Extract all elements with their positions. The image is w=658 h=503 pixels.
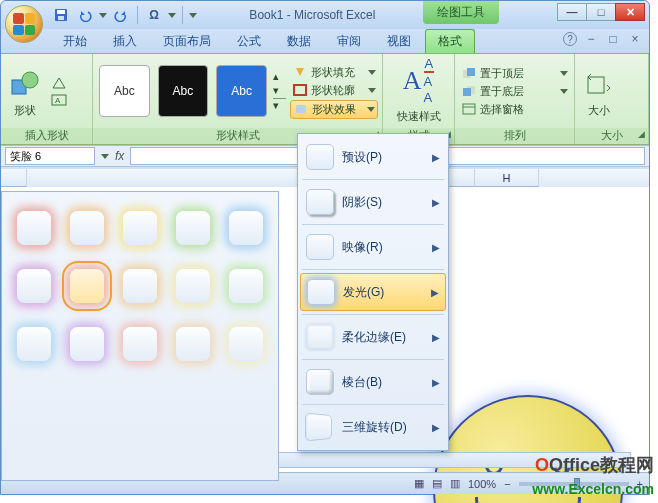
submenu-arrow-icon: ▶ <box>432 242 440 253</box>
name-box-dropdown-icon[interactable] <box>101 154 109 159</box>
text-box-icon[interactable]: A <box>49 92 89 108</box>
undo-dropdown-icon[interactable] <box>99 13 107 18</box>
column-header[interactable]: H <box>475 169 539 187</box>
tab-format[interactable]: 格式 <box>425 29 475 53</box>
shape-style-3[interactable]: Abc <box>216 65 267 117</box>
selection-pane-button[interactable]: 选择窗格 <box>459 101 570 118</box>
menu-item-preset[interactable]: 预设(P)▶ <box>300 138 446 176</box>
glow-gallery <box>1 191 279 481</box>
edit-shape-icon[interactable] <box>49 75 89 91</box>
ribbon-tabs: 开始 插入 页面布局 公式 数据 审阅 视图 格式 ? − □ × <box>1 29 649 53</box>
svg-rect-10 <box>467 68 475 76</box>
save-icon[interactable] <box>51 5 71 25</box>
minimize-button[interactable]: — <box>557 3 587 21</box>
view-layout-icon[interactable]: ▤ <box>432 477 442 490</box>
tab-home[interactable]: 开始 <box>51 30 99 53</box>
submenu-arrow-icon: ▶ <box>431 287 439 298</box>
text-fill-icon[interactable]: A <box>424 56 435 73</box>
glow-swatch[interactable] <box>123 327 157 361</box>
qat-customize-icon[interactable] <box>189 13 197 18</box>
glow-swatch[interactable] <box>176 211 210 245</box>
shape-style-1[interactable]: Abc <box>99 65 150 117</box>
tab-review[interactable]: 审阅 <box>325 30 373 53</box>
glow-swatch[interactable] <box>123 269 157 303</box>
group-label-size: 大小◢ <box>575 128 648 144</box>
window-title: Book1 - Microsoft Excel <box>249 8 375 22</box>
zoom-level[interactable]: 100% <box>468 478 496 490</box>
contextual-tab-label: 绘图工具 <box>423 1 499 24</box>
svg-text:A: A <box>55 96 61 105</box>
svg-rect-1 <box>57 10 65 14</box>
text-effects-icon[interactable]: A <box>424 90 435 105</box>
tab-formulas[interactable]: 公式 <box>225 30 273 53</box>
help-icon[interactable]: ? <box>563 32 577 46</box>
tab-data[interactable]: 数据 <box>275 30 323 53</box>
svg-rect-12 <box>463 88 471 96</box>
submenu-arrow-icon: ▶ <box>432 152 440 163</box>
tab-page-layout[interactable]: 页面布局 <box>151 30 223 53</box>
glow-swatch[interactable] <box>229 327 263 361</box>
menu-item-soft-edges[interactable]: 柔化边缘(E)▶ <box>300 318 446 356</box>
dialog-launcher-icon[interactable]: ◢ <box>638 129 645 139</box>
symbol-dropdown-icon[interactable] <box>168 13 176 18</box>
tab-view[interactable]: 视图 <box>375 30 423 53</box>
group-label-arrange: 排列 <box>455 128 574 144</box>
redo-icon[interactable] <box>111 5 131 25</box>
undo-icon[interactable] <box>75 5 95 25</box>
glow-swatch[interactable] <box>70 327 104 361</box>
glow-swatch[interactable] <box>176 327 210 361</box>
shape-fill-button[interactable]: 形状填充 <box>290 64 378 81</box>
size-button[interactable]: 大小 <box>579 65 619 118</box>
symbol-icon[interactable]: Ω <box>144 5 164 25</box>
quick-styles-button[interactable]: 快速样式 <box>397 109 441 124</box>
dropdown-icon <box>368 88 376 93</box>
style-gallery-down-icon[interactable]: ▾ <box>273 84 287 97</box>
select-all-corner[interactable] <box>1 169 27 187</box>
text-outline-icon[interactable]: A <box>424 74 435 89</box>
menu-item-reflection[interactable]: 映像(R)▶ <box>300 228 446 266</box>
bring-to-front-button[interactable]: 置于顶层 <box>459 65 570 82</box>
shape-effects-menu: 预设(P)▶ 阴影(S)▶ 映像(R)▶ 发光(G)▶ 柔化边缘(E)▶ 棱台(… <box>297 133 449 451</box>
close-button[interactable]: ✕ <box>615 3 645 21</box>
style-gallery-up-icon[interactable]: ▴ <box>273 70 287 83</box>
menu-item-bevel[interactable]: 棱台(B)▶ <box>300 363 446 401</box>
wordart-icon[interactable]: A <box>403 66 422 96</box>
fx-icon[interactable]: fx <box>115 149 124 163</box>
glow-swatch[interactable] <box>70 211 104 245</box>
shapes-button[interactable]: 形状 <box>5 65 45 118</box>
menu-item-shadow[interactable]: 阴影(S)▶ <box>300 183 446 221</box>
style-gallery-more-icon[interactable]: ▾ <box>273 98 287 112</box>
doc-restore-icon[interactable]: □ <box>605 32 621 46</box>
office-button[interactable] <box>5 5 43 43</box>
doc-close-icon[interactable]: × <box>627 32 643 46</box>
maximize-button[interactable]: □ <box>586 3 616 21</box>
send-to-back-button[interactable]: 置于底层 <box>459 83 570 100</box>
watermark-url: www.Excelcn.com <box>532 481 654 497</box>
dropdown-icon <box>368 70 376 75</box>
menu-item-3d-rotation[interactable]: 三维旋转(D)▶ <box>300 408 446 446</box>
dropdown-icon <box>560 89 568 94</box>
menu-item-glow[interactable]: 发光(G)▶ <box>300 273 446 311</box>
shape-style-2[interactable]: Abc <box>158 65 209 117</box>
view-normal-icon[interactable]: ▦ <box>414 477 424 490</box>
submenu-arrow-icon: ▶ <box>432 332 440 343</box>
glow-swatch[interactable] <box>17 327 51 361</box>
glow-swatch[interactable] <box>123 211 157 245</box>
zoom-out-button[interactable]: − <box>504 478 510 490</box>
view-pagebreak-icon[interactable]: ▥ <box>450 477 460 490</box>
glow-swatch[interactable] <box>17 269 51 303</box>
glow-swatch[interactable] <box>70 269 104 303</box>
submenu-arrow-icon: ▶ <box>432 377 440 388</box>
glow-swatch[interactable] <box>229 269 263 303</box>
dropdown-icon <box>367 107 375 112</box>
glow-swatch[interactable] <box>176 269 210 303</box>
glow-swatch[interactable] <box>229 211 263 245</box>
glow-swatch[interactable] <box>17 211 51 245</box>
shape-effects-button[interactable]: 形状效果 <box>290 100 378 119</box>
shape-outline-button[interactable]: 形状轮廓 <box>290 82 378 99</box>
name-box[interactable] <box>5 147 95 165</box>
doc-minimize-icon[interactable]: − <box>583 32 599 46</box>
svg-rect-8 <box>296 105 306 113</box>
tab-insert[interactable]: 插入 <box>101 30 149 53</box>
titlebar: Ω Book1 - Microsoft Excel 绘图工具 — □ ✕ <box>1 1 649 29</box>
